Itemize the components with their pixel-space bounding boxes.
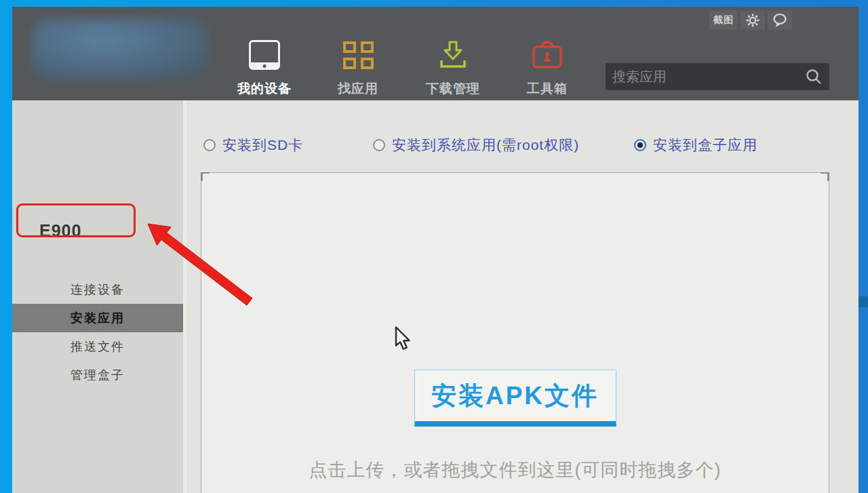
header: 我的设备 找应用 下载管理	[12, 7, 859, 100]
toolbox-icon	[530, 39, 564, 71]
install-apk-button[interactable]: 安装APK文件	[414, 370, 616, 427]
radio-install-to-system[interactable]: 安装到系统应用(需root权限)	[373, 136, 579, 155]
nav-label: 下载管理	[426, 80, 480, 98]
monitor-icon	[249, 40, 280, 70]
radio-icon-selected	[634, 139, 646, 151]
app-logo-blurred	[33, 19, 208, 79]
radio-label: 安装到SD卡	[222, 136, 303, 155]
app-window: 我的设备 找应用 下载管理	[12, 7, 859, 493]
install-apk-button-label: 安装APK文件	[431, 379, 599, 413]
sidebar-item-push-file[interactable]: 推送文件	[12, 332, 183, 361]
mini-toolbar: 截图	[709, 11, 792, 30]
radio-install-to-box[interactable]: 安装到盒子应用	[634, 136, 757, 155]
screenshot-button[interactable]: 截图	[709, 11, 738, 30]
grid-icon	[343, 41, 374, 69]
nav-label: 工具箱	[527, 80, 568, 98]
nav-item-toolbox[interactable]: 工具箱	[527, 34, 568, 98]
nav-label: 找应用	[338, 80, 378, 98]
radio-icon	[373, 139, 385, 151]
radio-install-to-sd[interactable]: 安装到SD卡	[203, 136, 303, 155]
dropzone-corner	[201, 172, 210, 181]
nav-item-my-devices[interactable]: 我的设备	[237, 34, 292, 98]
sidebar-item-manage-box[interactable]: 管理盒子	[12, 361, 183, 389]
nav-label: 我的设备	[237, 80, 292, 98]
radio-label: 安装到盒子应用	[653, 136, 757, 155]
device-name: E900	[39, 221, 81, 241]
radio-icon	[203, 139, 216, 151]
search-input[interactable]	[612, 69, 805, 85]
download-icon	[437, 39, 469, 71]
desktop-wallpaper-band	[857, 296, 868, 307]
chat-bubble-icon	[772, 12, 788, 28]
nav-item-download-manager[interactable]: 下载管理	[426, 34, 480, 98]
settings-button[interactable]	[741, 11, 765, 30]
dropzone-corner	[821, 172, 829, 181]
search-icon[interactable]	[805, 68, 823, 85]
upload-hint: 点击上传，或者拖拽文件到这里(可同时拖拽多个)	[201, 458, 829, 482]
sidebar-item-connect-device[interactable]: 连接设备	[12, 275, 183, 304]
search-box	[606, 63, 829, 90]
apk-dropzone[interactable]: 安装APK文件 点击上传，或者拖拽文件到这里(可同时拖拽多个)	[201, 172, 829, 493]
nav-item-find-apps[interactable]: 找应用	[338, 34, 378, 98]
main-panel: 安装到SD卡 安装到系统应用(需root权限) 安装到盒子应用 安装APK文件 …	[186, 100, 859, 493]
install-target-options: 安装到SD卡 安装到系统应用(需root权限) 安装到盒子应用	[186, 136, 859, 156]
sidebar-item-install-app[interactable]: 安装应用	[12, 304, 183, 332]
gear-icon	[745, 13, 760, 28]
radio-label: 安装到系统应用(需root权限)	[392, 136, 579, 155]
sidebar: E900 连接设备 安装应用 推送文件 管理盒子	[12, 100, 183, 493]
feedback-button[interactable]	[768, 11, 792, 30]
